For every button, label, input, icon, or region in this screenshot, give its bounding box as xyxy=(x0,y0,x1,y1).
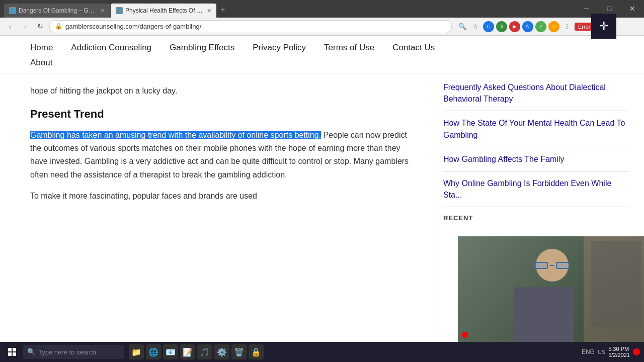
sidebar-link-2[interactable]: How The State Of Your Mental Health Can … xyxy=(443,117,629,140)
taskbar-app-2[interactable]: 🌐 xyxy=(146,344,161,359)
ext6[interactable]: ⚡ xyxy=(548,21,559,32)
tab1-favicon: 🌐 xyxy=(9,7,16,14)
lock-icon: 🔒 xyxy=(55,23,62,30)
tab2-close[interactable]: ✕ xyxy=(207,8,211,14)
video-overlay xyxy=(458,236,644,342)
ext1[interactable]: G xyxy=(483,21,494,32)
article-heading: Present Trend xyxy=(30,108,413,121)
sidebar-divider-3 xyxy=(443,171,629,171)
sidebar-divider-1 xyxy=(443,111,629,111)
highlighted-text: Gambling has taken an amusing trend with… xyxy=(30,131,321,139)
tray-time: 5:30 PM5/2/2021 xyxy=(608,346,630,358)
article-area: hope of hitting the jackpot on a lucky d… xyxy=(0,73,433,342)
video-content xyxy=(458,236,644,342)
taskbar-app-5[interactable]: 🎵 xyxy=(197,344,212,359)
nav-addiction-counseling[interactable]: Addiction Counseling xyxy=(71,43,151,53)
tab1-label: Dangers Of Gambling – Gamble... xyxy=(19,7,96,14)
address-bar-row: ‹ › ↻ 🔒 gamblerscounseling.com/dangers-o… xyxy=(0,18,644,36)
taskbar-search[interactable]: 🔍 Type here to search xyxy=(23,345,124,359)
nav-contact-us[interactable]: Contact Us xyxy=(392,43,435,53)
tab-1[interactable]: 🌐 Dangers Of Gambling – Gamble... ✕ xyxy=(4,4,110,18)
video-record-dot xyxy=(462,332,468,338)
site-logo: ✛ xyxy=(591,14,616,39)
sidebar-link-1[interactable]: Frequently Asked Questions About Dialect… xyxy=(443,81,629,105)
address-bar[interactable]: 🔒 gamblerscounseling.com/dangers-of-gamb… xyxy=(49,20,452,33)
site-nav: Home Addiction Counseling Gambling Effec… xyxy=(0,36,644,73)
start-button[interactable] xyxy=(4,344,20,359)
svg-rect-2 xyxy=(8,352,12,356)
article-intro-text: hope of hitting the jackpot on a lucky d… xyxy=(30,86,177,95)
taskbar-app-1[interactable]: 📁 xyxy=(129,344,144,359)
svg-rect-0 xyxy=(8,348,12,351)
taskbar-app-7[interactable]: 🗑️ xyxy=(231,344,247,359)
tab1-close[interactable]: ✕ xyxy=(100,8,105,14)
taskbar-app-4[interactable]: 📝 xyxy=(180,344,195,359)
sidebar-divider-2 xyxy=(443,147,629,147)
sidebar-link-3[interactable]: How Gambling Affects The Family xyxy=(443,153,629,165)
back-button[interactable]: ‹ xyxy=(4,21,16,33)
ext4[interactable]: N xyxy=(522,21,533,32)
article-body-paragraph: Gambling has taken an amusing trend with… xyxy=(30,129,413,182)
nav-privacy-policy[interactable]: Privacy Policy xyxy=(253,43,306,53)
tab-2[interactable]: 🌐 Physical Health Effects Of Gamb... ✕ xyxy=(111,4,216,18)
recent-section-title: RECENT xyxy=(443,214,629,222)
forward-button[interactable]: › xyxy=(19,21,31,33)
search-icon[interactable]: 🔍 xyxy=(457,21,468,32)
taskbar-app-8[interactable]: 🔒 xyxy=(249,344,264,359)
ext2[interactable]: $ xyxy=(496,21,507,32)
nav-gambling-effects[interactable]: Gambling Effects xyxy=(170,43,234,53)
tab2-label: Physical Health Effects Of Gamb... xyxy=(125,7,203,14)
address-text: gamblerscounseling.com/dangers-of-gambli… xyxy=(65,23,201,30)
taskbar-app-3[interactable]: 📧 xyxy=(163,344,178,359)
tray-record[interactable] xyxy=(633,348,640,355)
sidebar-divider-4 xyxy=(443,207,629,207)
bookmark-icon[interactable]: ☆ xyxy=(470,21,481,32)
nav-terms-of-use[interactable]: Terms of Use xyxy=(324,43,374,53)
nav-home[interactable]: Home xyxy=(30,43,53,53)
refresh-button[interactable]: ↻ xyxy=(34,21,46,33)
article-body-part2: To make it more fascinating, popular fac… xyxy=(30,192,257,200)
svg-rect-1 xyxy=(13,348,16,351)
ext5[interactable]: ✓ xyxy=(535,21,546,32)
sidebar-link-4[interactable]: Why Online Gambling Is Forbidden Even Wh… xyxy=(443,177,629,201)
page-content: Home Addiction Counseling Gambling Effec… xyxy=(0,36,644,342)
video-person-body xyxy=(514,287,574,342)
taskbar-app-6[interactable]: ⚙️ xyxy=(214,344,229,359)
tab2-favicon: 🌐 xyxy=(116,7,123,14)
nav-about[interactable]: About xyxy=(30,58,52,67)
taskbar: 🔍 Type here to search 📁 🌐 📧 📝 🎵 ⚙️ 🗑️ 🔒 … xyxy=(0,342,644,362)
tray-icons: ENG xyxy=(582,348,595,355)
article-body-paragraph-2: To make it more fascinating, popular fac… xyxy=(30,190,413,203)
extensions-menu[interactable]: ⋮ xyxy=(561,21,573,32)
svg-rect-3 xyxy=(13,352,16,356)
tray-lang: US xyxy=(598,349,605,355)
article-intro: hope of hitting the jackpot on a lucky d… xyxy=(30,84,413,98)
close-button[interactable]: ✕ xyxy=(621,0,644,18)
taskbar-apps: 📁 🌐 📧 📝 🎵 ⚙️ 🗑️ 🔒 xyxy=(129,344,264,359)
ext3[interactable]: ▶ xyxy=(509,21,520,32)
new-tab-button[interactable]: + xyxy=(217,5,228,16)
